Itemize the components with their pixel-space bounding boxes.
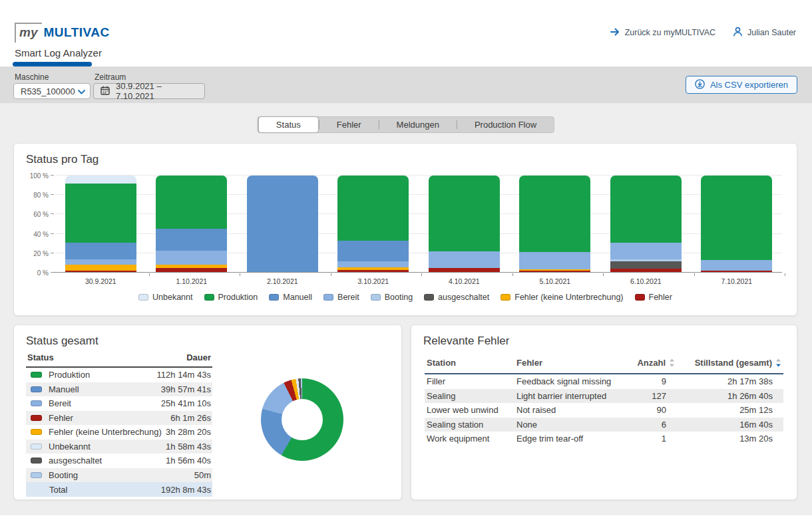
status-row-fehler: Fehler6h 1m 26s [26,411,212,426]
legend-item-fehler-keine-unterbrechung-[interactable]: Fehler (keine Unterbrechung) [501,293,623,302]
status-duration: 39h 57m 41s [161,384,211,394]
bar-segment-bereit [519,252,590,269]
bar-group-2.10.2021: 2.10.2021 [239,176,326,273]
status-duration: 50m [194,470,211,480]
legend-item-manuell[interactable]: Manuell [269,293,312,302]
y-tick-mark [51,175,54,176]
sort-icon[interactable] [669,358,675,367]
bar-groups: 30.9.20211.10.20212.10.20213.10.20214.10… [55,176,782,273]
relevant-errors-rows: FillerFeedback signal missing92h 17m 38s… [425,374,783,446]
column-header-label: Station [427,358,456,368]
bar-segment-bereit [429,251,500,268]
y-tick-mark [51,213,54,214]
x-tick-label: 5.10.2021 [511,277,598,285]
status-total-row: Total 192h 8m 43s [26,482,212,497]
y-tick-mark [51,253,54,253]
chart-legend: UnbekanntProduktionManuellBereitBootinga… [14,293,797,302]
tab-production-flow[interactable]: Production Flow [457,117,554,132]
bar-segment-produktion [65,184,136,243]
status-color-chip [31,458,42,464]
column-header-stillstand-gesamt-[interactable]: Stillstand (gesamt) [675,358,781,368]
machine-select-value: R535_100000 [21,86,75,96]
sort-icon[interactable] [775,358,781,367]
bar-column [156,176,227,273]
error-cell: Light barrier interrupted [516,391,615,401]
legend-item-unbekannt[interactable]: Unbekannt [138,293,192,302]
legend-color-chip [635,294,645,301]
relevant-errors-title: Relevante Fehler [411,325,797,348]
status-name: ausgeschaltet [49,456,166,466]
bar-segment-produktion [610,176,682,243]
period-datepicker[interactable]: 30.9.2021 – 7.10.2021 [93,83,205,99]
legend-color-chip [204,294,214,301]
status-row-manuell: Manuell39h 57m 41s [26,382,212,397]
status-donut-chart [261,378,343,461]
machine-select[interactable]: R535_100000 [13,83,91,99]
error-cell: None [516,420,615,430]
stacked-bar-chart: 0 %20 %40 %60 %80 %100 %30.9.20211.10.20… [55,176,782,273]
bar-group-1.10.2021: 1.10.2021 [148,176,235,273]
user-name-label: Julian Sauter [747,28,796,37]
status-row-produktion: Produktion112h 14m 43s [26,368,212,382]
legend-color-chip [269,294,279,301]
bar-segment-unbekannt [65,176,136,184]
y-tick-label: 0 % [22,269,49,277]
x-axis-line [53,272,782,273]
status-total-title: Status gesamt [14,325,401,348]
legend-label: Unbekannt [152,293,192,302]
bar-group-6.10.2021: 6.10.2021 [602,176,690,273]
relevant-errors-table-header: StationFehlerAnzahlStillstand (gesamt) [425,354,783,374]
status-color-chip [31,472,42,478]
legend-color-chip [424,294,434,301]
page-footer [0,515,812,532]
header-actions: Zurück zu myMULTIVAC Julian Sauter [610,27,796,39]
x-tick-label: 7.10.2021 [693,277,780,285]
legend-item-bereit[interactable]: Bereit [323,293,359,302]
error-row: Lower web unwindNot raised9025m 12s [425,403,783,418]
bar-column [610,176,682,273]
status-name: Fehler (keine Unterbrechung) [49,427,166,437]
bar-segment-produktion [701,176,772,260]
x-tick-label: 2.10.2021 [239,277,326,285]
back-to-mymultivac-link[interactable]: Zurück zu myMULTIVAC [610,28,715,38]
bar-group-7.10.2021: 7.10.2021 [693,176,780,273]
bar-group-4.10.2021: 4.10.2021 [421,176,508,273]
legend-item-fehler[interactable]: Fehler [635,293,672,302]
legend-item-ausgeschaltet[interactable]: ausgeschaltet [424,293,489,302]
status-row-ausgeschaltet: ausgeschaltet1h 56m 40s [26,454,212,468]
legend-item-booting[interactable]: Booting [371,293,413,302]
status-row-booting: Booting50m [26,468,212,483]
legend-color-chip [323,294,333,301]
downtime-cell: 2h 17m 38s [675,376,781,386]
error-cell: Not raised [516,405,615,415]
bar-column [701,176,772,273]
column-header-anzahl[interactable]: Anzahl [615,358,675,368]
bar-segment-fehler-keine-unterbrechung- [65,265,136,271]
status-color-chip [31,415,42,421]
tab-fehler[interactable]: Fehler [319,117,379,132]
export-csv-button[interactable]: Als CSV exportieren [686,76,797,94]
y-tick-mark [51,194,54,195]
bar-segment-manuell [247,176,318,273]
station-cell: Sealing [427,391,516,401]
tab-meldungen[interactable]: Meldungen [379,117,457,132]
bar-group-3.10.2021: 3.10.2021 [329,176,417,273]
logo-brand-text: MULTIVAC [43,25,109,39]
legend-item-produktion[interactable]: Produktion [204,293,258,302]
x-tick-label: 1.10.2021 [148,277,235,285]
bar-segment-produktion [429,176,500,251]
column-header-station: Station [427,358,516,368]
user-menu[interactable]: Julian Sauter [733,27,796,39]
x-tick-label: 30.9.2021 [57,277,144,285]
bar-segment-bereit [610,243,682,259]
status-per-day-title: Status pro Tag [14,144,797,166]
downtime-cell: 1h 26m 40s [675,391,781,401]
filter-bar: Maschine Zeitraum R535_100000 30.9.2021 … [0,66,812,103]
status-color-chip [31,400,42,406]
x-tick-label: 4.10.2021 [421,277,508,285]
dauer-column-header: Dauer [186,352,211,362]
column-header-label: Fehler [516,358,542,368]
error-cell: Edge trim tear-off [516,434,615,444]
tab-status[interactable]: Status [259,117,318,132]
app-title-tab[interactable]: Smart Log Analyzer [15,47,102,59]
